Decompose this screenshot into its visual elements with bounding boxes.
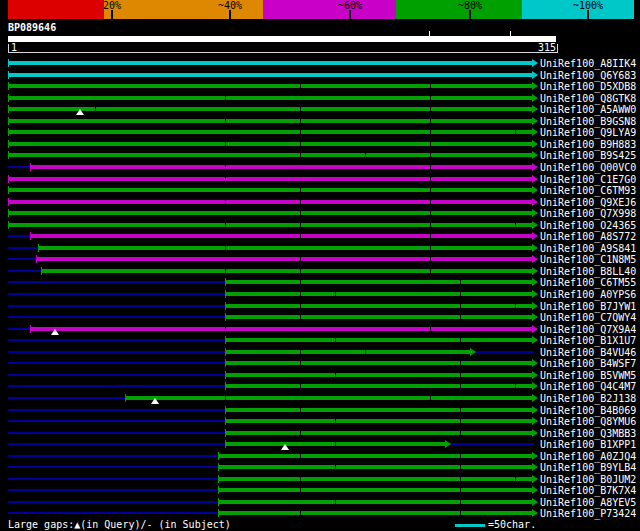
- hit-label[interactable]: UniRef100_A5AWW0: [540, 104, 636, 115]
- hit-label[interactable]: UniRef100_B2J138: [540, 393, 636, 404]
- hit-label[interactable]: UniRef100_Q4C4M7: [540, 381, 636, 392]
- hit-label[interactable]: UniRef100_Q9LYA9: [540, 127, 636, 138]
- hit-bar[interactable]: [225, 373, 532, 377]
- hit-bar[interactable]: [8, 177, 532, 181]
- hit-label[interactable]: UniRef100_C7QWY4: [540, 312, 636, 323]
- hit-bar[interactable]: [8, 73, 532, 77]
- hit-arrowhead-icon: [532, 417, 538, 425]
- hit-arrowhead-icon: [532, 105, 538, 113]
- hit-bar[interactable]: [218, 500, 532, 504]
- hit-bar[interactable]: [8, 188, 532, 192]
- hit-bar[interactable]: [225, 280, 532, 284]
- hit-bar[interactable]: [8, 107, 532, 111]
- hit-bar[interactable]: [225, 431, 532, 435]
- hit-bar[interactable]: [225, 304, 532, 308]
- hit-bar[interactable]: [225, 408, 532, 412]
- hit-bar[interactable]: [218, 488, 532, 492]
- alignment-gap-tick: [460, 465, 461, 469]
- hit-bar[interactable]: [30, 234, 532, 238]
- hit-label[interactable]: UniRef100_C1E7G0: [540, 174, 636, 185]
- hit-bar[interactable]: [8, 130, 532, 134]
- hit-label[interactable]: UniRef100_O24365: [540, 220, 636, 231]
- hit-label[interactable]: UniRef100_A9S841: [540, 243, 636, 254]
- hit-start-cap: [8, 128, 9, 136]
- hit-arrowhead-icon: [532, 429, 538, 437]
- hit-start-cap: [8, 209, 9, 217]
- hit-start-cap: [8, 198, 9, 206]
- hit-label[interactable]: UniRef100_B8LL40: [540, 266, 636, 277]
- hit-bar[interactable]: [41, 269, 532, 273]
- hit-label[interactable]: UniRef100_Q3MBB3: [540, 428, 636, 439]
- hit-label[interactable]: UniRef100_B5VWM5: [540, 370, 636, 381]
- hit-bar[interactable]: [218, 511, 532, 515]
- hit-label[interactable]: UniRef100_A8IIK4: [540, 58, 636, 69]
- scale-segment-magenta: [263, 0, 396, 19]
- hit-label[interactable]: UniRef100_Q00VC0: [540, 162, 636, 173]
- hit-bar[interactable]: [8, 200, 532, 204]
- hit-bar[interactable]: [218, 454, 532, 458]
- hit-label[interactable]: UniRef100_A8YEV5: [540, 497, 636, 508]
- hit-bar[interactable]: [225, 338, 532, 342]
- hit-label[interactable]: UniRef100_B4B069: [540, 405, 636, 416]
- hit-label[interactable]: UniRef100_A0YPS6: [540, 289, 636, 300]
- hit-arrowhead-icon: [532, 359, 538, 367]
- hit-bar[interactable]: [8, 119, 532, 123]
- alignment-gap-tick: [365, 350, 366, 354]
- scale-label: ~80%: [458, 1, 482, 11]
- hit-label[interactable]: UniRef100_C6TM55: [540, 277, 636, 288]
- hit-bar[interactable]: [8, 153, 532, 157]
- hit-label[interactable]: UniRef100_C6TM93: [540, 185, 636, 196]
- hit-label[interactable]: UniRef100_B9GSN8: [540, 116, 636, 127]
- hit-label[interactable]: UniRef100_Q7X998: [540, 208, 636, 219]
- hit-label[interactable]: UniRef100_B1X1U7: [540, 335, 636, 346]
- hit-label[interactable]: UniRef100_B9H883: [540, 139, 636, 150]
- hit-bar[interactable]: [125, 396, 532, 400]
- hit-label[interactable]: UniRef100_B4WSF7: [540, 358, 636, 369]
- hit-bar[interactable]: [8, 96, 532, 100]
- alignment-gap-tick: [300, 130, 301, 134]
- hit-bar[interactable]: [36, 257, 532, 261]
- hit-bar[interactable]: [218, 465, 532, 469]
- blast-alignment-overview: 20%~40%~60%~80%~100% BP089646 1 315 UniR…: [0, 0, 640, 531]
- hit-label[interactable]: UniRef100_B1XPP1: [540, 439, 636, 450]
- hit-bar[interactable]: [8, 142, 532, 146]
- hit-bar[interactable]: [225, 292, 532, 296]
- alignment-gap-tick: [430, 223, 431, 227]
- hit-arrowhead-icon: [532, 221, 538, 229]
- hit-label[interactable]: UniRef100_D5XDB8: [540, 81, 636, 92]
- hit-label[interactable]: UniRef100_B4VU46: [540, 347, 636, 358]
- hit-label[interactable]: UniRef100_B0JUM2: [540, 474, 636, 485]
- hit-label[interactable]: UniRef100_C1N8M5: [540, 254, 636, 265]
- hit-bar[interactable]: [225, 361, 532, 365]
- hit-bar[interactable]: [225, 419, 532, 423]
- hit-bar[interactable]: [30, 165, 532, 169]
- hit-label[interactable]: UniRef100_Q6Y683: [540, 70, 636, 81]
- hit-bar[interactable]: [30, 327, 532, 331]
- hit-label[interactable]: UniRef100_A8S772: [540, 231, 636, 242]
- hit-bar[interactable]: [225, 315, 532, 319]
- hit-label[interactable]: UniRef100_P73424: [540, 508, 636, 519]
- hit-bar[interactable]: [218, 477, 532, 481]
- alignment-gap-tick: [430, 327, 431, 331]
- hit-label[interactable]: UniRef100_Q9XEJ6: [540, 197, 636, 208]
- hit-bar[interactable]: [8, 61, 532, 65]
- hit-bar[interactable]: [225, 384, 532, 388]
- hit-bar[interactable]: [8, 223, 532, 227]
- hit-arrowhead-icon: [470, 348, 476, 356]
- hit-label[interactable]: UniRef100_B7K7X4: [540, 485, 636, 496]
- hit-bar[interactable]: [8, 84, 532, 88]
- hit-label[interactable]: UniRef100_Q7X9A4: [540, 324, 636, 335]
- hit-bar[interactable]: [38, 246, 532, 250]
- hit-label[interactable]: UniRef100_Q8YMU6: [540, 416, 636, 427]
- hit-label[interactable]: UniRef100_B9YLB4: [540, 462, 636, 473]
- hit-bar[interactable]: [8, 211, 532, 215]
- alignment-gap-tick: [515, 304, 516, 308]
- hit-row: UniRef100_B4WSF7: [0, 358, 640, 369]
- scale-tick: [587, 10, 589, 19]
- hit-label[interactable]: UniRef100_A0ZJQ4: [540, 451, 636, 462]
- hit-bar[interactable]: [225, 350, 470, 354]
- hit-label[interactable]: UniRef100_B9S425: [540, 150, 636, 161]
- hit-label[interactable]: UniRef100_Q8GTK8: [540, 93, 636, 104]
- alignment-gap-tick: [460, 454, 461, 458]
- hit-label[interactable]: UniRef100_B7JYW1: [540, 301, 636, 312]
